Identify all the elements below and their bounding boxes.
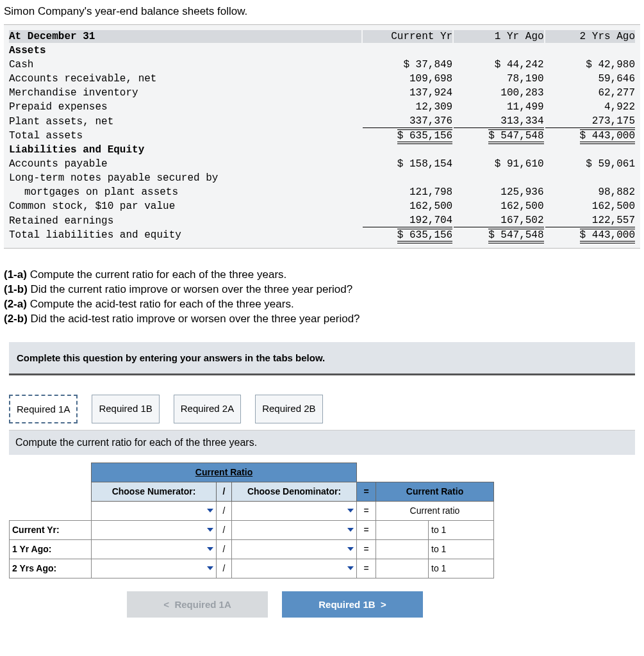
row-pre-label: Prepaid expenses xyxy=(9,101,361,113)
q2b-text: Did the acid-test ratio improve or worse… xyxy=(28,313,360,325)
row3-denominator-input[interactable] xyxy=(232,559,357,578)
prev-button[interactable]: < Required 1A xyxy=(127,591,268,618)
tab-required-1b[interactable]: Required 1B xyxy=(92,395,159,423)
denominator-header: Choose Denominator: xyxy=(232,482,357,501)
row-total-assets-y1: $ 547,548 xyxy=(488,129,543,144)
q1b-text: Did the current ratio improve or worsen … xyxy=(28,283,352,295)
row-re-y2: 122,557 xyxy=(545,214,635,227)
row1-denominator-input[interactable] xyxy=(232,520,357,539)
row-ltn-y1: 125,936 xyxy=(454,186,543,199)
row-plant-label: Plant assets, net xyxy=(9,115,361,128)
row-cash-label: Cash xyxy=(9,58,361,71)
row-inv-cur: 137,924 xyxy=(363,86,452,99)
q2a-key: (2-a) xyxy=(4,298,27,310)
row-re-cur: 192,704 xyxy=(363,214,452,227)
row-cash-y1: $ 44,242 xyxy=(454,58,543,71)
row1-slash: / xyxy=(217,520,232,539)
row2-eq: = xyxy=(357,539,376,559)
section-assets: Assets xyxy=(9,44,361,57)
chevron-left-icon: < xyxy=(163,599,169,610)
slash-header: / xyxy=(217,482,232,501)
chevron-right-icon: > xyxy=(381,599,386,610)
q1a-text: Compute the current ratio for each of th… xyxy=(27,268,286,281)
row3-numerator-input[interactable] xyxy=(92,559,217,578)
row-cs-y1: 162,500 xyxy=(454,200,543,213)
numerator-header: Choose Numerator: xyxy=(92,482,217,501)
row-ap-label: Accounts payable xyxy=(9,158,361,170)
row0-numerator-input[interactable] xyxy=(92,501,217,520)
row-ltn-label2: mortgages on plant assets xyxy=(9,186,361,199)
result-header: Current Ratio xyxy=(376,482,494,501)
row1-numerator-input[interactable] xyxy=(92,520,217,539)
row-pre-y1: 11,499 xyxy=(454,101,543,113)
row-re-label: Retained earnings xyxy=(9,214,361,227)
row-ltn-cur: 121,798 xyxy=(363,186,452,199)
row0-eq: = xyxy=(357,501,376,520)
section-liab: Liabilities and Equity xyxy=(9,144,361,156)
row-pre-y2: 4,922 xyxy=(545,101,635,113)
row-ap-y2: $ 59,061 xyxy=(545,158,635,170)
row1-result-input[interactable] xyxy=(376,520,429,539)
row-ar-label: Accounts receivable, net xyxy=(9,72,361,85)
row2-slash: / xyxy=(217,539,232,559)
row-cs-label: Common stock, $10 par value xyxy=(9,200,361,213)
tab-required-2a[interactable]: Required 2A xyxy=(174,395,241,423)
row-plant-y2: 273,175 xyxy=(545,115,635,128)
header-current-yr: Current Yr xyxy=(363,30,452,43)
tab-bar: Required 1A Required 1B Required 2A Requ… xyxy=(9,395,635,423)
equals-header: = xyxy=(357,482,376,501)
row1-label: Current Yr: xyxy=(10,520,92,539)
row-ar-cur: 109,698 xyxy=(363,72,452,85)
row2-denominator-input[interactable] xyxy=(232,539,357,559)
question-block: (1-a) Compute the current ratio for each… xyxy=(0,249,644,340)
row-total-assets-cur: $ 635,156 xyxy=(397,129,452,144)
q1b-key: (1-b) xyxy=(4,283,28,295)
header-2yrs-ago: 2 Yrs Ago xyxy=(545,30,635,43)
row-ar-y1: 78,190 xyxy=(454,72,543,85)
row-inv-y2: 62,277 xyxy=(545,86,635,99)
row1-to1: to 1 xyxy=(429,520,494,539)
row-ltn-label1: Long-term notes payable secured by xyxy=(9,172,361,184)
row3-to1: to 1 xyxy=(429,559,494,578)
tab-required-1a[interactable]: Required 1A xyxy=(9,395,78,423)
row-tle-y2: $ 443,000 xyxy=(580,229,635,243)
prev-label: Required 1A xyxy=(174,599,231,610)
ratio-title: Current Ratio xyxy=(92,463,357,482)
row0-label xyxy=(10,501,92,520)
row-ltn-y2: 98,882 xyxy=(545,186,635,199)
row-cs-y2: 162,500 xyxy=(545,200,635,213)
q2b-key: (2-b) xyxy=(4,313,28,325)
row-total-assets-label: Total assets xyxy=(9,129,361,142)
row-ap-y1: $ 91,610 xyxy=(454,158,543,170)
header-1yr-ago: 1 Yr Ago xyxy=(454,30,543,43)
row-ap-cur: $ 158,154 xyxy=(363,158,452,170)
answer-panel: Complete this question by entering your … xyxy=(9,342,635,618)
row-re-y1: 167,502 xyxy=(454,214,543,227)
row0-denominator-input[interactable] xyxy=(232,501,357,520)
next-button[interactable]: Required 1B > xyxy=(282,591,423,618)
row3-label: 2 Yrs Ago: xyxy=(10,559,92,578)
row-tle-label: Total liabilities and equity xyxy=(9,229,361,242)
row0-result-label: Current ratio xyxy=(376,501,494,520)
row-tle-cur: $ 635,156 xyxy=(397,229,452,243)
q2a-text: Compute the acid-test ratio for each of … xyxy=(27,298,294,310)
row0-slash: / xyxy=(217,501,232,520)
intro-text: Simon Company's year-end balance sheets … xyxy=(0,0,644,24)
row2-numerator-input[interactable] xyxy=(92,539,217,559)
row-tle-y1: $ 547,548 xyxy=(488,229,543,243)
row-plant-cur: 337,376 xyxy=(363,115,452,128)
sub-prompt: Compute the current ratio for each of th… xyxy=(9,430,635,455)
header-date: At December 31 xyxy=(9,30,361,43)
ratio-table: Current Ratio Choose Numerator: / Choose… xyxy=(9,463,494,578)
row1-eq: = xyxy=(357,520,376,539)
q1a-key: (1-a) xyxy=(4,268,27,281)
tab-required-2b[interactable]: Required 2B xyxy=(255,395,322,423)
row2-result-input[interactable] xyxy=(376,539,429,559)
row-cash-cur: $ 37,849 xyxy=(363,58,452,71)
row3-eq: = xyxy=(357,559,376,578)
row3-result-input[interactable] xyxy=(376,559,429,578)
row2-to1: to 1 xyxy=(429,539,494,559)
row-inv-y1: 100,283 xyxy=(454,86,543,99)
row-plant-y1: 313,334 xyxy=(454,115,543,128)
nav-buttons: < Required 1A Required 1B > xyxy=(9,591,541,618)
